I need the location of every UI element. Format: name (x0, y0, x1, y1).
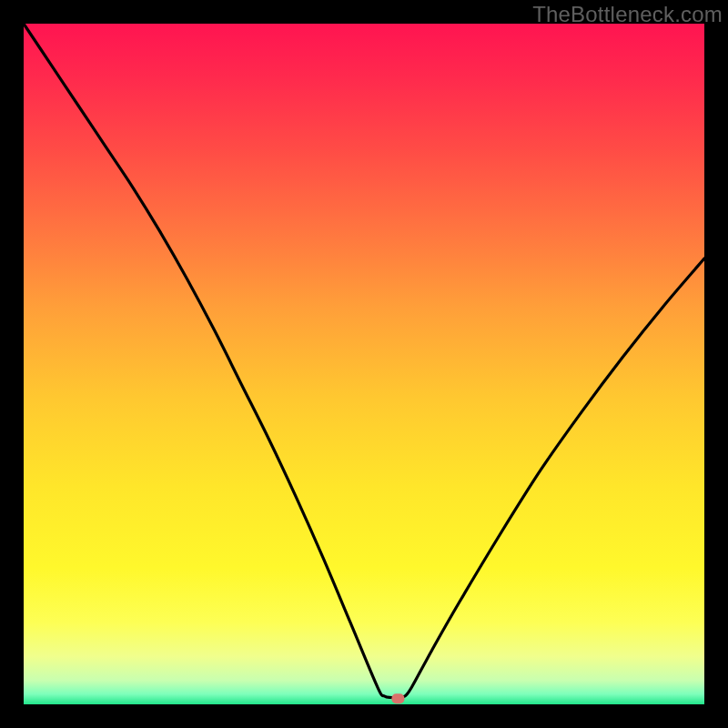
bottleneck-chart (24, 24, 704, 704)
optimum-marker (391, 693, 404, 703)
plot-area (24, 24, 704, 704)
chart-background-gradient (24, 24, 704, 704)
chart-frame: TheBottleneck.com (0, 0, 728, 728)
